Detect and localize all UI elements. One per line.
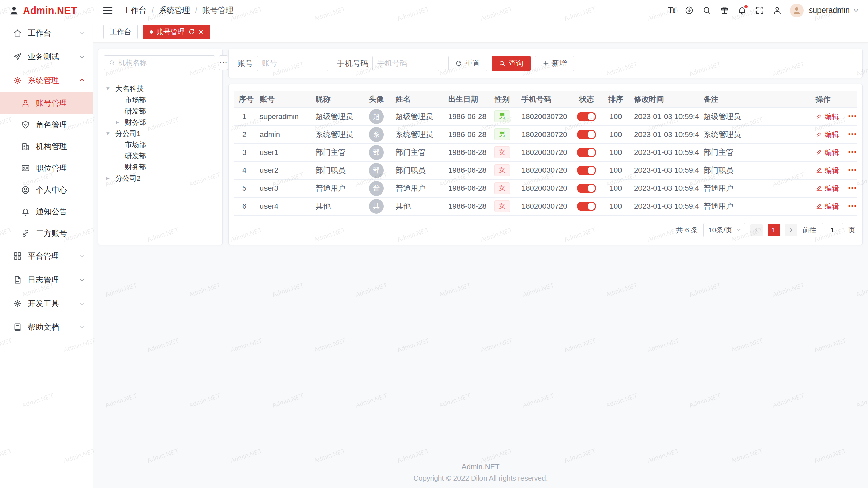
refresh-icon (455, 60, 462, 67)
gift-icon[interactable] (717, 3, 732, 18)
font-size-icon[interactable]: Tt (664, 3, 679, 18)
tree-node[interactable]: 研发部 (104, 105, 217, 117)
reset-button[interactable]: 重置 (448, 56, 487, 71)
sidebar-item[interactable]: 机构管理 (0, 136, 93, 157)
status-toggle[interactable] (577, 112, 596, 121)
tab-workbench[interactable]: 工作台 (103, 25, 138, 39)
cell-phone: 18020030720 (517, 143, 571, 161)
refresh-icon[interactable] (188, 28, 195, 35)
page-size-select[interactable]: 10条/页 (703, 223, 745, 237)
next-page-button[interactable] (785, 224, 797, 236)
sidebar-menu: 工作台 业务测试 系统管理 账号管理 角色管理 机构管理 职位管理 个人中心 通… (0, 21, 93, 488)
sidebar-item[interactable]: 系统管理 (0, 68, 93, 92)
sidebar-item[interactable]: 业务测试 (0, 45, 93, 68)
account-input[interactable] (257, 56, 328, 71)
sidebar-item[interactable]: 帮助文档 (0, 315, 93, 339)
sidebar-item[interactable]: 工作台 (0, 21, 93, 45)
status-toggle[interactable] (577, 148, 596, 157)
more-icon[interactable]: ⋯ (848, 129, 857, 139)
tree-node[interactable]: ▸ 财务部 (104, 117, 217, 128)
tab-account-management[interactable]: 账号管理 × (143, 25, 210, 39)
username[interactable]: superadmin (809, 6, 850, 15)
tab-bar: 工作台 账号管理 × (93, 21, 868, 43)
bell-icon[interactable] (734, 3, 750, 18)
status-toggle[interactable] (577, 202, 596, 211)
search-icon[interactable] (699, 3, 715, 18)
more-icon[interactable]: ⋯ (848, 165, 857, 175)
cell-nickname: 其他 (311, 197, 362, 215)
cell-remark: 超级管理员 (699, 107, 811, 125)
tree-node[interactable]: 市场部 (104, 139, 217, 150)
logo[interactable]: Admin.NET (0, 0, 93, 21)
status-toggle[interactable] (577, 130, 596, 139)
edit-button[interactable]: 编辑 (816, 184, 839, 193)
current-page-button[interactable]: 1 (768, 224, 780, 236)
table-row: 3 user1 部门主管 部 部门主管 1986-06-28 女 1802003… (234, 143, 857, 161)
cell-modified-time: 2023-01-03 10:59:44 (629, 143, 699, 161)
sidebar-item[interactable]: 开发工具 (0, 291, 93, 315)
edit-button[interactable]: 编辑 (816, 130, 839, 139)
cell-index: 3 (234, 143, 255, 161)
edit-button[interactable]: 编辑 (816, 112, 839, 121)
tree-node[interactable]: 市场部 (104, 94, 217, 105)
close-icon[interactable]: × (199, 28, 203, 36)
avatar[interactable] (790, 4, 804, 17)
cell-order: 100 (602, 161, 629, 179)
sidebar-item-label: 开发工具 (28, 298, 79, 309)
more-icon[interactable]: ⋯ (848, 201, 857, 211)
column-header: 头像 (362, 91, 391, 107)
org-search-input[interactable] (118, 59, 210, 67)
goto-page-input[interactable] (822, 223, 843, 237)
breadcrumb-item[interactable]: 工作台 (123, 5, 146, 16)
chevron-down-icon[interactable] (853, 7, 859, 14)
fullscreen-icon[interactable] (752, 3, 768, 18)
prev-page-button[interactable] (750, 224, 763, 236)
more-icon[interactable]: ⋯ (848, 111, 857, 121)
cell-phone: 18020030720 (517, 197, 571, 215)
sidebar-item[interactable]: 日志管理 (0, 268, 93, 291)
cell-modified-time: 2023-01-03 10:59:44 (629, 179, 699, 197)
search-icon (499, 60, 506, 67)
table-row: 1 superadmin 超级管理员 超 超级管理员 1986-06-28 男 … (234, 107, 857, 125)
sidebar-item[interactable]: 个人中心 (0, 179, 93, 201)
more-icon[interactable]: ⋯ (848, 183, 857, 193)
tree-node[interactable]: ▾ 大名科技 (104, 83, 217, 94)
update-icon[interactable] (682, 3, 697, 18)
sidebar-item[interactable]: 通知公告 (0, 201, 93, 222)
search-button[interactable]: 查询 (492, 56, 531, 71)
cell-birthdate: 1986-06-28 (443, 197, 488, 215)
chevron-down-icon (79, 53, 85, 60)
tree-node[interactable]: 财务部 (104, 161, 217, 172)
sidebar-item[interactable]: 平台管理 (0, 244, 93, 268)
status-toggle[interactable] (577, 184, 596, 193)
more-icon[interactable]: ⋯ (848, 147, 857, 157)
sidebar-item[interactable]: 三方账号 (0, 222, 93, 244)
add-button[interactable]: 新增 (535, 56, 574, 71)
cell-index: 4 (234, 161, 255, 179)
tree-node[interactable]: ▾ 分公司1 (104, 128, 217, 139)
edit-button[interactable]: 编辑 (816, 148, 839, 157)
tree-node-label: 大名科技 (115, 84, 144, 94)
cell-actions: 编辑 ⋯ (811, 143, 857, 161)
phone-input[interactable] (372, 56, 439, 71)
org-search-box[interactable] (104, 55, 215, 70)
breadcrumb-item[interactable]: 系统管理 (159, 5, 190, 16)
person-icon[interactable] (770, 3, 785, 18)
edit-button[interactable]: 编辑 (816, 202, 839, 211)
sidebar-item-label: 个人中心 (36, 185, 85, 195)
cell-nickname: 普通用户 (311, 179, 362, 197)
sidebar-item[interactable]: 角色管理 (0, 114, 93, 136)
chevron-down-icon (79, 276, 85, 283)
tools-icon (13, 299, 22, 308)
breadcrumb-item-current: 账号管理 (202, 5, 234, 16)
tree-more-button[interactable]: ⋯ (219, 55, 228, 70)
hamburger-icon[interactable] (102, 5, 114, 16)
tree-node[interactable]: 研发部 (104, 150, 217, 161)
status-toggle[interactable] (577, 166, 596, 175)
edit-button[interactable]: 编辑 (816, 166, 839, 175)
sidebar-item[interactable]: 账号管理 (0, 92, 93, 114)
sidebar-item-label: 平台管理 (28, 251, 79, 261)
goto-label: 前往 (802, 225, 816, 235)
tree-node[interactable]: ▸ 分公司2 (104, 172, 217, 184)
sidebar-item[interactable]: 职位管理 (0, 157, 93, 179)
